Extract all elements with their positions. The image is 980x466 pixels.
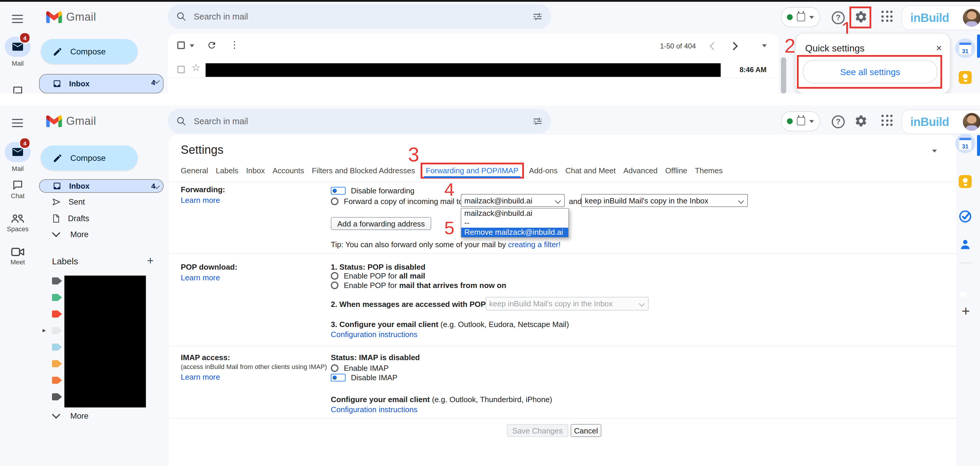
tab-general[interactable]: General [181, 166, 208, 175]
status-pill[interactable] [781, 7, 820, 27]
search-icon[interactable] [176, 11, 187, 22]
side-panel-calendar[interactable]: 31 [955, 38, 975, 58]
label-expander-icon[interactable]: ▸ [43, 326, 46, 334]
radio-forward-copy[interactable]: Forward a copy of incoming mail to [331, 197, 463, 206]
label-tag-icon[interactable] [52, 310, 62, 318]
list-scrollbar[interactable] [781, 57, 786, 93]
input-tools-caret[interactable] [932, 150, 937, 153]
search-icon[interactable] [176, 116, 187, 126]
gmail-window-top: Gmail Search in mail ? 1 inBuild 4 Mail [0, 0, 980, 93]
more-vert-icon[interactable]: ⋮ [230, 39, 239, 50]
section-divider [169, 253, 956, 254]
tab-forwarding-pop-imap[interactable]: Forwarding and POP/IMAP 3 [420, 162, 524, 178]
tab-labels[interactable]: Labels [216, 166, 239, 175]
tab-addons[interactable]: Add-ons [529, 166, 558, 175]
tab-themes[interactable]: Themes [695, 166, 723, 175]
dropdown-option[interactable]: -- [461, 218, 568, 228]
email-subject-redacted[interactable] [205, 63, 721, 77]
annotation-5: 5 [444, 219, 455, 237]
star-icon[interactable]: ☆ [191, 62, 200, 74]
google-apps-icon[interactable] [881, 115, 892, 126]
contacts-icon[interactable] [959, 238, 972, 251]
label-tag-icon[interactable] [52, 343, 62, 351]
tab-inbox[interactable]: Inbox [246, 166, 265, 175]
pop-learn-more[interactable]: Learn more [181, 273, 220, 282]
close-icon[interactable]: ✕ [936, 44, 942, 53]
main-menu-button[interactable] [12, 116, 23, 129]
rail-chat-icon[interactable] [11, 85, 24, 93]
radio-enable-imap[interactable]: Enable IMAP [331, 364, 389, 373]
tab-chat-meet[interactable]: Chat and Meet [565, 166, 616, 175]
section-divider [169, 418, 956, 419]
rail-chat-icon[interactable] [11, 179, 24, 191]
select-dropdown-caret[interactable] [189, 44, 194, 47]
tab-offline[interactable]: Offline [665, 166, 687, 175]
compose-button[interactable]: Compose [41, 39, 138, 64]
refresh-icon[interactable] [207, 40, 217, 50]
enable-imap-label: Enable IMAP [344, 364, 389, 373]
cancel-button[interactable]: Cancel [571, 424, 601, 437]
compose-button[interactable]: Compose [41, 145, 138, 170]
dropdown-option-remove[interactable]: Remove mailzack@inbuild.ai [461, 228, 568, 237]
radio-pop-all-mail[interactable]: Enable POP for all mail [331, 271, 425, 280]
tab-filters[interactable]: Filters and Blocked Addresses [312, 166, 415, 175]
select-all-checkbox[interactable] [177, 41, 185, 49]
label-tag-icon[interactable] [52, 393, 62, 401]
search-bar[interactable]: Search in mail [168, 109, 551, 134]
imap-configuration-instructions[interactable]: Configuration instructions [331, 405, 417, 414]
dropdown-option[interactable]: mailzack@inbuild.ai [461, 209, 568, 218]
settings-gear-icon[interactable] [854, 114, 868, 128]
keep-icon[interactable] [959, 71, 972, 84]
main-menu-button[interactable] [12, 13, 23, 26]
avatar[interactable] [963, 113, 980, 131]
radio-pop-from-now-on[interactable]: Enable POP for mail that arrives from no… [331, 281, 506, 290]
add-forwarding-address-button[interactable]: Add a forwarding address [331, 217, 431, 230]
add-label-icon[interactable]: + [147, 254, 154, 267]
creating-a-filter-link[interactable]: creating a filter! [508, 240, 561, 249]
mail-badge: 4 [19, 32, 31, 44]
label-tag-icon[interactable] [52, 360, 62, 367]
status-pill[interactable] [781, 111, 820, 131]
google-apps-icon[interactable] [881, 11, 892, 22]
label-tag-icon[interactable] [52, 277, 62, 284]
forward-action-select[interactable]: keep inBuild Mail's copy in the Inbox [581, 194, 748, 207]
rail-spaces-icon[interactable] [10, 212, 25, 225]
tab-accounts[interactable]: Accounts [273, 166, 304, 175]
sidebar-item-inbox[interactable]: Inbox [39, 179, 164, 193]
account-brand-pill[interactable]: inBuild [901, 5, 980, 30]
input-tools-caret[interactable] [762, 44, 767, 47]
tasks-icon[interactable] [958, 209, 972, 223]
radio-icon [331, 364, 339, 372]
see-all-settings-button[interactable]: See all settings [803, 60, 937, 83]
email-checkbox[interactable] [177, 65, 185, 73]
keep-icon[interactable] [959, 175, 972, 188]
label-tag-icon[interactable] [52, 327, 62, 334]
compose-label: Compose [70, 47, 106, 56]
label-tag-icon[interactable] [52, 294, 62, 301]
search-options-icon[interactable] [532, 116, 543, 126]
rail-meet-icon[interactable] [11, 246, 25, 258]
labels-more[interactable]: More [53, 410, 89, 422]
search-options-icon[interactable] [532, 11, 543, 22]
inbox-icon [52, 79, 61, 88]
avatar[interactable] [963, 9, 980, 27]
sidebar-item-inbox[interactable]: Inbox [39, 74, 164, 93]
sidebar-item-drafts[interactable]: Drafts [52, 212, 89, 225]
forward-address-select[interactable]: mailzack@inbuild.ai [461, 194, 565, 207]
forwarding-learn-more[interactable]: Learn more [181, 196, 220, 204]
tab-advanced[interactable]: Advanced [623, 166, 657, 175]
get-addons-icon[interactable]: + [962, 303, 970, 319]
pop-configuration-instructions[interactable]: Configuration instructions [331, 330, 417, 339]
radio-disable-imap[interactable]: Disable IMAP [331, 373, 398, 382]
side-panel-calendar[interactable]: 31 [955, 134, 975, 153]
radio-disable-forwarding[interactable]: Disable forwarding [331, 186, 414, 195]
imap-learn-more[interactable]: Learn more [181, 373, 220, 381]
sidebar-item-more[interactable]: More [53, 228, 89, 241]
help-button[interactable]: ? [832, 115, 845, 128]
search-bar[interactable]: Search in mail [168, 4, 551, 29]
sidebar-item-sent[interactable]: Sent [52, 195, 85, 208]
account-brand-pill[interactable]: inBuild [901, 109, 980, 134]
label-tag-icon[interactable] [52, 377, 62, 384]
save-changes-button[interactable]: Save Changes [507, 424, 568, 437]
labels-more-label: More [70, 411, 89, 420]
